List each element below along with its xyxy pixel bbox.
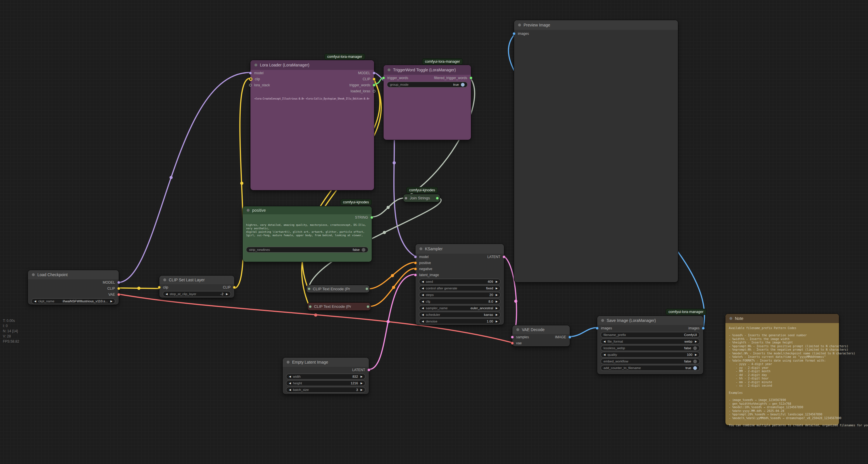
node-empty-latent-image[interactable]: Empty Latent Image LATENT ◀width832▶ ◀he… — [282, 357, 369, 395]
next-arrow-icon[interactable]: ▶ — [361, 382, 363, 385]
conditioning-output-port[interactable] — [367, 305, 369, 308]
node-triggerword-toggle[interactable]: TriggerWord Toggle (LoraManager) trigger… — [383, 65, 471, 140]
file-format-widget[interactable]: ◀file_formatwebp▶ — [600, 339, 700, 344]
clip-output-port[interactable] — [373, 78, 375, 81]
prev-arrow-icon[interactable]: ◀ — [289, 388, 291, 391]
node-load-checkpoint[interactable]: Load Checkpoint MODEL CLIP VAE ◀ ckpt_na… — [28, 270, 119, 305]
prev-arrow-icon[interactable]: ◀ — [289, 375, 291, 378]
collapse-dot[interactable] — [420, 248, 422, 250]
model-input-port[interactable] — [249, 71, 252, 75]
collapse-dot[interactable] — [163, 279, 166, 281]
lora-syntax-text[interactable]: <lora:CreateConcept_Illustrious:0.8> <lo… — [254, 97, 374, 100]
collapse-dot[interactable] — [254, 64, 257, 66]
node-note[interactable]: Note Available filename_prefix Pattern C… — [725, 314, 839, 426]
next-arrow-icon[interactable]: ▶ — [695, 340, 697, 343]
prev-arrow-icon[interactable]: ◀ — [165, 293, 167, 295]
prev-arrow-icon[interactable]: ◀ — [422, 287, 424, 290]
lossless-webp-toggle[interactable]: lossless_webpfalse — [600, 345, 700, 351]
node-clip-set-last-layer[interactable]: CLIP Set Last Layer clip CLIP ◀ stop_at_… — [159, 275, 235, 298]
trigger-words-output-port[interactable] — [373, 84, 375, 87]
latent-output-port[interactable] — [367, 369, 370, 371]
next-arrow-icon[interactable]: ▶ — [695, 353, 697, 356]
height-widget[interactable]: ◀height1216▶ — [286, 380, 365, 386]
string-output-port[interactable] — [370, 216, 373, 219]
denoise-widget[interactable]: ◀denoise1.00▶ — [419, 318, 501, 324]
prev-arrow-icon[interactable]: ◀ — [422, 314, 424, 316]
prev-arrow-icon[interactable]: ◀ — [603, 353, 606, 356]
model-output-port[interactable] — [373, 71, 375, 75]
collapse-dot[interactable] — [247, 209, 250, 212]
prompt-text[interactable]: highres, very detailed, amazing quality,… — [246, 223, 372, 240]
node-lora-loader[interactable]: Lora Loader (LoraManager) model MODEL cl… — [250, 60, 374, 191]
collapse-dot[interactable] — [309, 305, 312, 308]
prev-arrow-icon[interactable]: ◀ — [289, 382, 291, 385]
add-counter-to-filename-toggle[interactable]: add_counter_to_filenametrue — [600, 365, 700, 371]
images-input-port[interactable] — [513, 32, 516, 35]
prev-arrow-icon[interactable]: ◀ — [422, 320, 424, 323]
vae-input-port[interactable] — [511, 342, 514, 345]
sampler-name-widget[interactable]: ◀sampler_nameeuler_ancestral▶ — [419, 305, 501, 311]
next-arrow-icon[interactable]: ▶ — [361, 388, 363, 391]
negative-input-port[interactable] — [414, 267, 417, 270]
lora-stack-input-port[interactable] — [249, 84, 252, 87]
model-input-port[interactable] — [414, 256, 417, 258]
next-arrow-icon[interactable]: ▶ — [361, 375, 363, 378]
positive-input-port[interactable] — [414, 261, 417, 264]
prev-arrow-icon[interactable]: ◀ — [422, 307, 424, 310]
node-preview-image[interactable]: Preview Image images — [514, 20, 678, 283]
node-clip-text-encode-negative[interactable]: CLIP Text Encode (Pr — [307, 302, 371, 311]
ckpt-name-widget[interactable]: ◀ ckpt_name il\waiNSFWIllustrious_v110.s… — [31, 298, 115, 304]
next-arrow-icon[interactable]: ▶ — [496, 294, 498, 296]
clip-output-port[interactable] — [233, 286, 236, 289]
scheduler-widget[interactable]: ◀schedulerkarras▶ — [419, 312, 501, 318]
node-positive-string[interactable]: positive STRING highres, very detailed, … — [242, 206, 372, 262]
toggle-circle-icon[interactable] — [461, 83, 465, 87]
strip-newlines-toggle[interactable]: strip_newlines false — [246, 247, 368, 253]
next-arrow-icon[interactable]: ▶ — [496, 320, 498, 323]
node-graph-canvas[interactable]: T: 0.00s I: 0 N: 14 [14] V: 28 FPS:58.82… — [0, 0, 868, 464]
collapse-dot[interactable] — [516, 328, 519, 331]
toggle-circle-icon[interactable] — [693, 366, 697, 370]
samples-input-port[interactable] — [511, 336, 514, 339]
cfg-widget[interactable]: ◀cfg8.0▶ — [419, 298, 501, 304]
latent-image-input-port[interactable] — [414, 273, 417, 277]
images-input-port[interactable] — [596, 327, 598, 330]
collapse-dot[interactable] — [601, 319, 604, 322]
prev-arrow-icon[interactable]: ◀ — [422, 281, 424, 283]
toggle-circle-icon[interactable] — [693, 346, 697, 350]
next-arrow-icon[interactable]: ▶ — [496, 300, 498, 303]
clip-input-port[interactable] — [158, 286, 161, 289]
next-arrow-icon[interactable]: ▶ — [496, 287, 498, 290]
node-clip-text-encode-positive[interactable]: CLIP Text Encode (Pr — [306, 285, 370, 293]
group-mode-toggle[interactable]: group_mode true — [387, 82, 467, 87]
string-output-port[interactable] — [436, 197, 439, 200]
control-after-generate-widget[interactable]: ◀control after generatefixed▶ — [419, 285, 501, 291]
stop-at-clip-layer-widget[interactable]: ◀ stop_at_clip_layer -2 ▶ — [163, 291, 231, 297]
collapse-dot[interactable] — [518, 24, 521, 26]
embed-workflow-toggle[interactable]: embed_workflowfalse — [600, 358, 700, 364]
loaded-loras-output-port[interactable] — [373, 90, 375, 93]
images-output-port[interactable] — [702, 327, 705, 330]
batch-size-widget[interactable]: ◀batch_size3▶ — [286, 387, 365, 393]
model-output-port[interactable] — [117, 281, 120, 284]
collapse-dot[interactable] — [730, 317, 732, 320]
filename-prefix-widget[interactable]: filename_prefixComfyUI — [600, 332, 700, 338]
node-join-strings[interactable]: Join Strings — [403, 194, 440, 202]
node-save-image[interactable]: Save Image (LoraManager) images images f… — [597, 316, 704, 375]
collapse-dot[interactable] — [388, 68, 391, 71]
seed-widget[interactable]: ◀seed409▶ — [419, 279, 501, 285]
prev-arrow-icon[interactable]: ◀ — [422, 294, 424, 296]
prev-arrow-icon[interactable]: ◀ — [422, 300, 424, 303]
image-output-port[interactable] — [568, 336, 571, 339]
prev-arrow-icon[interactable]: ◀ — [34, 300, 36, 302]
next-arrow-icon[interactable]: ▶ — [111, 300, 113, 302]
width-widget[interactable]: ◀width832▶ — [286, 374, 365, 379]
node-vae-decode[interactable]: VAE Decode samples IMAGE vae — [512, 325, 570, 347]
next-arrow-icon[interactable]: ▶ — [496, 307, 498, 310]
collapse-dot[interactable] — [287, 361, 289, 364]
filtered-trigger-words-output-port[interactable] — [469, 77, 472, 79]
node-ksampler[interactable]: KSampler model LATENT positive negative … — [415, 244, 504, 325]
collapse-dot[interactable] — [308, 287, 311, 290]
clip-output-port[interactable] — [117, 287, 120, 290]
vae-output-port[interactable] — [117, 293, 120, 296]
